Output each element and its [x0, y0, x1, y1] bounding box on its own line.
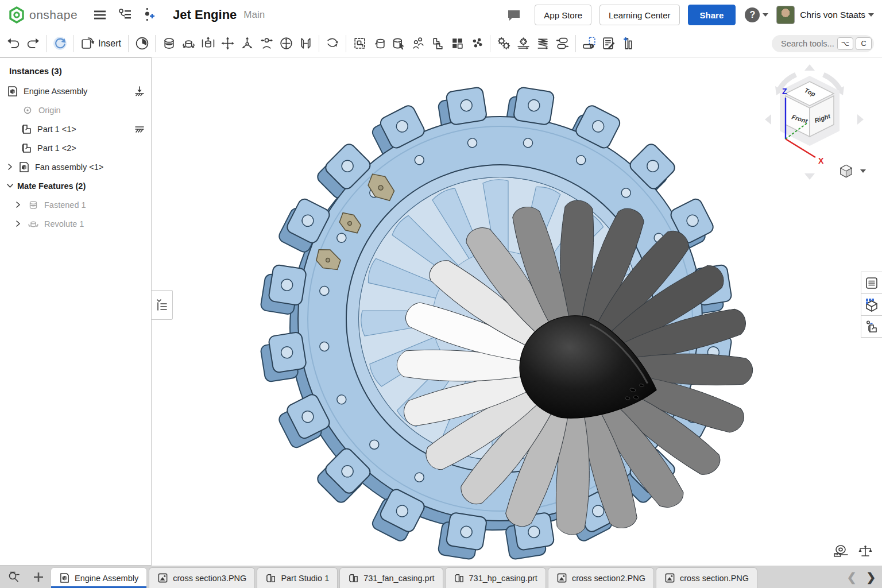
fastened-mate-icon: [28, 199, 39, 211]
share-button[interactable]: Share: [688, 5, 736, 25]
replicate-icon[interactable]: [428, 34, 447, 53]
app-store-button[interactable]: App Store: [535, 5, 591, 25]
image-icon: [157, 572, 168, 583]
search-tools-input[interactable]: [780, 38, 835, 49]
list-panel-icon[interactable]: [861, 272, 882, 294]
search-tools: ⌥ C: [772, 35, 874, 52]
tabs-scroll-right-icon[interactable]: ❯: [862, 570, 879, 585]
belt-relation-icon[interactable]: [552, 34, 572, 53]
user-name[interactable]: Chris von Staats: [800, 10, 865, 20]
rotate-left-arrow: [765, 114, 771, 125]
tab-cross-section2[interactable]: cross section2.PNG: [548, 567, 654, 588]
tab-label: cross section3.PNG: [173, 574, 246, 583]
sketch-icon[interactable]: [599, 34, 618, 53]
onshape-app: onshape Jet Engine Main App Store Learni…: [0, 0, 882, 588]
tab-cross-section[interactable]: cross section.PNG: [656, 567, 757, 588]
top-bar: onshape Jet Engine Main App Store Learni…: [0, 0, 882, 30]
part-icon: [21, 123, 32, 135]
tab-engine-assembly[interactable]: Engine Assembly: [51, 567, 147, 588]
group-icon[interactable]: [350, 34, 369, 53]
shortcut-alt-key: ⌥: [837, 37, 853, 50]
tab-label: cross section.PNG: [680, 574, 749, 583]
list-toggle-icon: [156, 299, 168, 311]
user-menu-caret-icon[interactable]: [868, 13, 874, 17]
tab-part-studio-1[interactable]: Part Studio 1: [257, 567, 338, 588]
tree-row-label: Revolute 1: [44, 219, 84, 229]
tree-row-label: Engine Assembly: [24, 87, 87, 96]
tab-scroll-nav: ❮ ❯: [841, 566, 882, 588]
measure-icon[interactable]: [833, 544, 849, 560]
named-positions-icon[interactable]: [132, 34, 152, 53]
snap-mode-icon[interactable]: [408, 34, 428, 53]
mass-properties-icon[interactable]: [858, 544, 873, 560]
image-icon: [664, 572, 675, 583]
avatar[interactable]: [776, 6, 795, 24]
mate-features-header[interactable]: Mate Features (2): [0, 176, 151, 195]
pin-slot-mate-icon[interactable]: [257, 34, 276, 53]
versions-history-icon[interactable]: [117, 7, 132, 22]
graphics-area[interactable]: Top Front Right Z X: [152, 57, 882, 566]
chevron-down-icon[interactable]: [5, 181, 15, 191]
ball-mate-icon[interactable]: [237, 34, 257, 53]
instances-panel-toggle[interactable]: [152, 290, 173, 320]
chevron-right-icon[interactable]: [13, 200, 23, 210]
learning-center-button[interactable]: Learning Center: [599, 5, 680, 25]
tree-row-revolute1[interactable]: Revolute 1: [0, 214, 151, 233]
gear-relation-icon[interactable]: [494, 34, 513, 53]
fixed-ground-icon: [134, 86, 145, 97]
screw-relation-icon[interactable]: [533, 34, 552, 53]
tab-731-hp-casing[interactable]: 731_hp_casing.prt: [445, 567, 546, 588]
help-icon[interactable]: ?: [745, 7, 760, 22]
part-studio-icon: [265, 572, 276, 583]
chevron-right-icon[interactable]: [5, 162, 15, 172]
slider-mate-icon[interactable]: [198, 34, 218, 53]
rollback-icon[interactable]: [50, 34, 69, 53]
circular-pattern-icon[interactable]: [467, 34, 486, 53]
insert-label: Insert: [98, 38, 121, 49]
section-view-icon[interactable]: [579, 34, 599, 53]
tab-731-fan-casing[interactable]: 731_fan_casing.prt: [339, 567, 443, 588]
bom-panel-icon[interactable]: [861, 293, 882, 316]
part-icon: [21, 142, 32, 154]
tab-cross-section3[interactable]: cross section3.PNG: [149, 567, 255, 588]
tree-row-engine-assembly[interactable]: Engine Assembly: [0, 82, 151, 100]
revolute-mate-icon[interactable]: [179, 34, 198, 53]
comment-icon[interactable]: [506, 8, 521, 22]
tab-search-icon[interactable]: [2, 566, 26, 588]
rack-pinion-relation-icon[interactable]: [513, 34, 533, 53]
planar-mate-icon[interactable]: [218, 34, 237, 53]
revolute-mate-icon: [28, 218, 39, 230]
select-part-icon[interactable]: [389, 34, 408, 53]
parallel-mate-icon[interactable]: [296, 34, 315, 53]
tree-row-fan-assembly[interactable]: Fan assembly <1>: [0, 157, 151, 176]
redo-icon[interactable]: [23, 34, 42, 53]
undo-icon[interactable]: [3, 34, 23, 53]
tree-row-part1-2[interactable]: Part 1 <2>: [0, 138, 151, 157]
add-tab-icon[interactable]: [26, 566, 51, 588]
cylindrical-mate-icon[interactable]: [276, 34, 296, 53]
insert-button[interactable]: Insert: [77, 34, 125, 53]
tree-row-fastened1[interactable]: Fastened 1: [0, 195, 151, 214]
instances-panel: Instances (3) Engine Assembly Origin Par…: [0, 57, 152, 566]
tree-row-part1-1[interactable]: Part 1 <1>: [0, 119, 151, 138]
tree-row-origin[interactable]: Origin: [0, 100, 151, 119]
fastened-mate-icon[interactable]: [159, 34, 179, 53]
linear-pattern-icon[interactable]: [447, 34, 467, 53]
mate-connector-icon[interactable]: [323, 34, 342, 53]
tabs-scroll-left-icon[interactable]: ❮: [844, 570, 860, 585]
appearance-panel-icon[interactable]: [861, 315, 882, 338]
chevron-right-icon[interactable]: [13, 219, 23, 229]
main-menu-icon[interactable]: [93, 8, 107, 22]
bill-of-materials-icon[interactable]: [618, 34, 638, 53]
fixed-icon: [134, 123, 145, 135]
tree-row-label: Fan assembly <1>: [35, 163, 103, 172]
standard-content-icon[interactable]: [369, 34, 389, 53]
document-title: Jet Engine: [173, 7, 237, 22]
mate-features-title: Mate Features (2): [17, 181, 86, 191]
branch-icon[interactable]: [142, 7, 155, 22]
tree-row-label: Part 1 <1>: [37, 125, 76, 134]
view-options-button[interactable]: [836, 163, 869, 180]
tab-label: 731_hp_casing.prt: [469, 574, 537, 583]
part-studio-icon: [454, 572, 465, 583]
help-caret-icon[interactable]: [763, 13, 768, 17]
